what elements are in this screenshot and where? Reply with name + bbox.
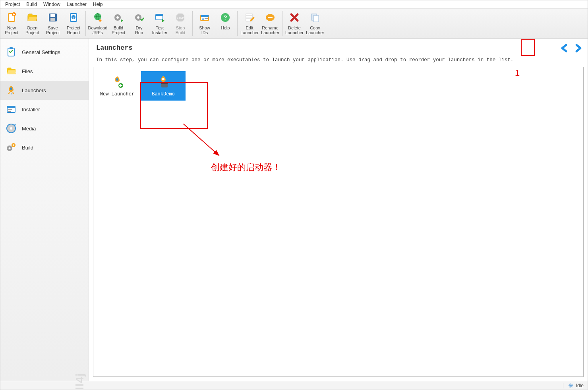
svg-text:i: i bbox=[73, 16, 74, 19]
menu-build[interactable]: Build bbox=[24, 1, 39, 8]
folder-icon bbox=[5, 65, 17, 77]
svg-rect-44 bbox=[161, 83, 168, 84]
svg-rect-4 bbox=[50, 18, 55, 21]
sidebar: General Settings Files Launchers Install… bbox=[0, 39, 89, 381]
new-project-button[interactable]: New Project bbox=[1, 10, 22, 37]
svg-point-29 bbox=[10, 87, 12, 90]
build-project-button[interactable]: Build Project bbox=[108, 10, 129, 37]
menu-help[interactable]: Help bbox=[91, 1, 105, 8]
new-file-icon bbox=[5, 11, 18, 24]
copy-icon bbox=[309, 11, 321, 24]
gear-check-icon bbox=[133, 11, 145, 24]
menu-window[interactable]: Window bbox=[41, 1, 63, 8]
svg-rect-14 bbox=[156, 14, 163, 16]
rocket-icon bbox=[5, 84, 17, 96]
toolbar: New Project Open Project Save Project i … bbox=[0, 9, 588, 39]
save-icon bbox=[46, 11, 59, 24]
open-project-button[interactable]: Open Project bbox=[22, 10, 43, 37]
project-report-button[interactable]: i Project Report bbox=[63, 10, 84, 37]
copy-launcher-button[interactable]: Copy Launcher bbox=[305, 10, 325, 37]
svg-rect-28 bbox=[10, 47, 13, 49]
dry-run-button[interactable]: Dry Run bbox=[129, 10, 149, 37]
svg-rect-18 bbox=[201, 15, 209, 17]
nav-next-button[interactable] bbox=[573, 43, 584, 54]
svg-point-37 bbox=[9, 147, 11, 149]
new-launcher-label: New launcher bbox=[100, 91, 134, 97]
edit-launcher-label: Edit Launcher bbox=[240, 25, 259, 35]
sidebar-item-label: Media bbox=[22, 126, 36, 132]
menu-project[interactable]: Project bbox=[3, 1, 22, 8]
svg-text:?: ? bbox=[223, 14, 227, 21]
project-report-label: Project Report bbox=[67, 25, 80, 35]
sidebar-item-label: Installer bbox=[22, 107, 40, 113]
help-button[interactable]: ? Help bbox=[215, 10, 236, 37]
sidebar-item-general-settings[interactable]: General Settings bbox=[0, 43, 89, 62]
rename-launcher-label: Rename Launcher bbox=[261, 25, 279, 35]
sidebar-item-launchers[interactable]: Launchers bbox=[0, 81, 89, 100]
svg-point-40 bbox=[116, 78, 118, 81]
launchers-canvas[interactable]: New launcher BankDemo bbox=[93, 67, 584, 377]
canvas-wrap: New launcher BankDemo bbox=[89, 67, 588, 381]
delete-launcher-button[interactable]: Delete Launcher bbox=[284, 10, 305, 37]
id-card-icon bbox=[198, 11, 211, 24]
dry-run-label: Dry Run bbox=[135, 25, 143, 35]
page-description: In this step, you can configure one or m… bbox=[96, 57, 580, 63]
help-label: Help bbox=[221, 25, 230, 30]
sidebar-item-label: Launchers bbox=[22, 87, 46, 93]
edit-launcher-button[interactable]: Edit Launcher bbox=[239, 10, 260, 37]
nav-arrows bbox=[559, 43, 584, 54]
svg-rect-31 bbox=[7, 106, 15, 108]
help-icon: ? bbox=[219, 11, 232, 24]
svg-rect-32 bbox=[8, 109, 12, 110]
launcher-tile[interactable]: BankDemo bbox=[141, 71, 186, 101]
svg-point-35 bbox=[10, 127, 12, 130]
window-play-icon bbox=[153, 11, 166, 24]
download-jres-button[interactable]: Download JREs bbox=[87, 10, 108, 37]
menu-launcher[interactable]: Launcher bbox=[64, 1, 89, 8]
statusbar-separator bbox=[563, 383, 563, 388]
main: Launchers In this step, you can configur… bbox=[89, 39, 588, 381]
download-jres-label: Download JREs bbox=[88, 25, 108, 35]
menu-bar: Project Build Window Launcher Help bbox=[0, 0, 588, 9]
show-ids-label: Show IDs bbox=[199, 25, 210, 35]
save-project-label: Save Project bbox=[46, 25, 60, 35]
new-launcher-tile[interactable]: New launcher bbox=[97, 71, 137, 101]
svg-point-42 bbox=[162, 78, 164, 80]
disc-icon bbox=[5, 122, 17, 134]
body: General Settings Files Launchers Install… bbox=[0, 39, 588, 381]
build-project-label: Build Project bbox=[112, 25, 125, 35]
sidebar-item-installer[interactable]: Installer bbox=[0, 100, 89, 119]
edit-icon bbox=[243, 11, 256, 24]
svg-rect-3 bbox=[50, 14, 55, 17]
rocket-app-icon bbox=[156, 75, 170, 89]
new-project-label: New Project bbox=[5, 25, 18, 35]
gears-icon bbox=[5, 142, 17, 153]
test-installer-button[interactable]: Test Installer bbox=[149, 10, 170, 37]
page-header: Launchers In this step, you can configur… bbox=[89, 39, 588, 67]
svg-point-19 bbox=[202, 18, 204, 20]
globe-down-icon bbox=[91, 11, 104, 24]
svg-rect-20 bbox=[205, 18, 208, 19]
sidebar-item-build[interactable]: Build bbox=[0, 138, 89, 157]
show-ids-button[interactable]: Show IDs bbox=[194, 10, 215, 37]
toolbar-separator bbox=[282, 11, 282, 36]
svg-point-12 bbox=[137, 16, 139, 19]
stop-build-label: Stop Build bbox=[176, 25, 185, 35]
toolbar-separator bbox=[85, 11, 86, 36]
snowflake-icon bbox=[568, 383, 574, 388]
toolbar-separator bbox=[237, 11, 238, 36]
sidebar-item-label: Build bbox=[22, 145, 33, 151]
sidebar-item-media[interactable]: Media bbox=[0, 119, 89, 138]
rename-launcher-button[interactable]: Rename Launcher bbox=[260, 10, 280, 37]
svg-text:STOP: STOP bbox=[177, 16, 184, 19]
launcher-name: BankDemo bbox=[152, 91, 175, 97]
rocket-add-icon bbox=[110, 75, 124, 89]
report-icon: i bbox=[67, 11, 80, 24]
open-folder-icon bbox=[26, 11, 39, 24]
sidebar-item-files[interactable]: Files bbox=[0, 62, 89, 81]
sidebar-item-label: General Settings bbox=[22, 49, 60, 55]
save-project-button[interactable]: Save Project bbox=[43, 10, 63, 37]
status-bar: Idle bbox=[0, 381, 588, 390]
window-icon bbox=[5, 103, 17, 115]
nav-prev-button[interactable] bbox=[559, 43, 570, 54]
